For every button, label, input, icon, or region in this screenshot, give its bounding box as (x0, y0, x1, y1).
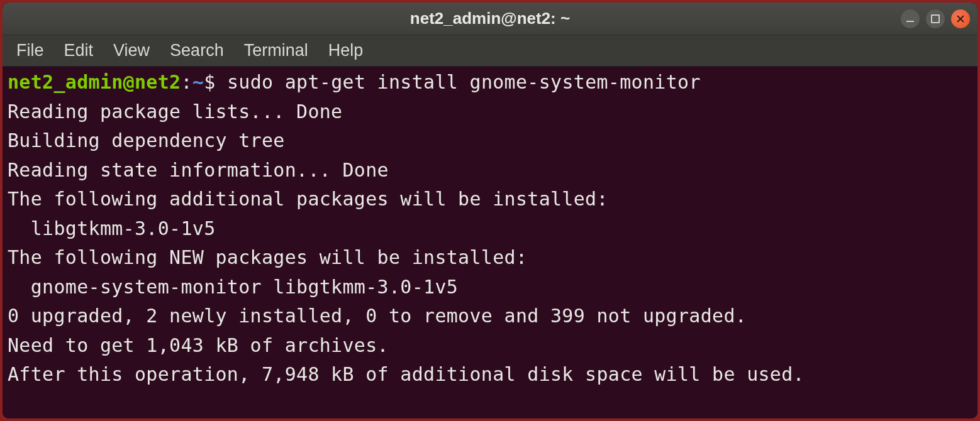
output-line: The following NEW packages will be insta… (8, 243, 972, 273)
prompt-cwd: ~ (192, 71, 204, 93)
terminal-output[interactable]: net2_admin@net2:~$ sudo apt-get install … (3, 67, 977, 418)
menu-search[interactable]: Search (161, 38, 233, 63)
output-line: Reading package lists... Done (8, 97, 972, 127)
menu-terminal[interactable]: Terminal (235, 38, 317, 63)
prompt-user-host: net2_admin@net2 (8, 71, 181, 93)
output-line: Reading state information... Done (8, 156, 972, 185)
maximize-button[interactable] (926, 9, 945, 28)
menu-help[interactable]: Help (320, 38, 372, 63)
output-line: The following additional packages will b… (8, 185, 972, 214)
prompt-colon: : (181, 71, 192, 93)
menu-file[interactable]: File (8, 38, 53, 63)
prompt-symbol: $ (204, 71, 227, 93)
output-line: libgtkmm-3.0-1v5 (8, 214, 972, 244)
menu-view[interactable]: View (104, 38, 159, 63)
minimize-button[interactable] (901, 9, 920, 28)
output-line: Building dependency tree (8, 126, 972, 156)
close-button[interactable] (951, 9, 970, 28)
output-line: gnome-system-monitor libgtkmm-3.0-1v5 (8, 273, 972, 302)
terminal-window: net2_admin@net2: ~ File Edit View Search… (3, 3, 977, 418)
output-line: Need to get 1,043 kB of archives. (8, 331, 972, 361)
window-controls (901, 9, 970, 28)
output-line: 0 upgraded, 2 newly installed, 0 to remo… (8, 302, 972, 331)
prompt-line: net2_admin@net2:~$ sudo apt-get install … (8, 68, 972, 97)
output-line: After this operation, 7,948 kB of additi… (8, 360, 972, 390)
command-text: sudo apt-get install gnome-system-monito… (227, 71, 701, 93)
window-title: net2_admin@net2: ~ (410, 9, 570, 28)
titlebar: net2_admin@net2: ~ (3, 3, 977, 35)
menubar: File Edit View Search Terminal Help (3, 35, 977, 67)
menu-edit[interactable]: Edit (55, 38, 103, 63)
